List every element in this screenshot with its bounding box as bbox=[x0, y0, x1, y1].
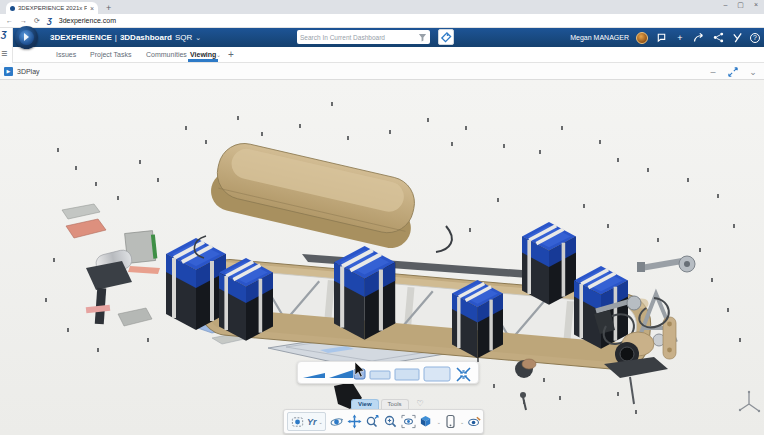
forward-icon[interactable]: → bbox=[20, 17, 27, 24]
new-tab-button[interactable]: + bbox=[106, 2, 111, 14]
zoom-tool-icon[interactable] bbox=[383, 414, 398, 429]
3dswym-icon[interactable] bbox=[731, 32, 743, 44]
tab-issues[interactable]: Issues bbox=[56, 47, 76, 63]
explode-level-1[interactable] bbox=[303, 373, 325, 378]
user-avatar[interactable] bbox=[636, 32, 648, 44]
brand-name: 3DEXPERIENCE bbox=[50, 33, 112, 42]
selection-tool-group: Yr ⌄ bbox=[287, 412, 326, 431]
part-arm-linkage[interactable] bbox=[637, 256, 695, 272]
axis-triad bbox=[737, 388, 761, 418]
window-close-button[interactable]: × bbox=[754, 1, 758, 9]
collapse-explode-icon[interactable] bbox=[457, 368, 470, 381]
share-arrow-icon[interactable] bbox=[693, 32, 705, 44]
header-user-area: Megan MANAGER + ? bbox=[570, 28, 760, 47]
site-logo-icon: Ʒ bbox=[47, 16, 52, 25]
back-icon[interactable]: ← bbox=[6, 17, 13, 24]
tag-button[interactable] bbox=[438, 29, 454, 45]
render-style-eye-icon[interactable] bbox=[467, 414, 482, 429]
window-minimize-button[interactable]: – bbox=[723, 1, 727, 9]
chevron-down-icon[interactable]: ⌄ bbox=[195, 34, 201, 42]
widget-titlebar: ▶ 3DPlay – ⌄ bbox=[0, 63, 764, 80]
browser-tab-strip: 3DEXPERIENCE 2021x FD02 × + – ▢ × bbox=[0, 0, 764, 14]
rotate-tool-icon[interactable] bbox=[329, 414, 344, 429]
views-cube-icon[interactable] bbox=[419, 414, 434, 429]
widget-title: 3DPlay bbox=[17, 63, 40, 80]
user-name[interactable]: Megan MANAGER bbox=[570, 34, 629, 41]
part-battery-module[interactable] bbox=[334, 246, 395, 340]
part-small-motor[interactable] bbox=[515, 359, 536, 378]
explode-level-4[interactable] bbox=[395, 369, 419, 380]
3dcompass-icon[interactable] bbox=[15, 26, 38, 49]
browser-tab[interactable]: 3DEXPERIENCE 2021x FD02 × bbox=[6, 2, 98, 14]
filter-funnel-icon[interactable] bbox=[418, 33, 427, 42]
brand-divider: | bbox=[115, 33, 117, 42]
markup-caret-icon[interactable]: ⌄ bbox=[319, 419, 323, 425]
viewer-tab-view[interactable]: View bbox=[351, 399, 379, 409]
compass-play-icon bbox=[24, 33, 29, 41]
window-maximize-button[interactable]: ▢ bbox=[737, 1, 744, 9]
widget-maximize-icon[interactable] bbox=[726, 63, 740, 80]
tab-project-tasks[interactable]: Project Tasks bbox=[90, 47, 132, 63]
explode-slider-panel bbox=[297, 361, 479, 384]
active-tab-underline bbox=[188, 59, 218, 62]
select-tool-icon[interactable] bbox=[290, 414, 305, 429]
tab-favicon-icon bbox=[10, 6, 15, 11]
browser-address-bar: ← → ⟳ Ʒ 3dexperience.com bbox=[0, 14, 764, 28]
help-icon[interactable]: ? bbox=[750, 33, 760, 43]
part-battery-module[interactable] bbox=[219, 258, 273, 341]
search-input[interactable] bbox=[300, 34, 418, 41]
network-share-icon[interactable] bbox=[712, 32, 724, 44]
part-bolt[interactable] bbox=[520, 392, 526, 410]
markup-tool-icon[interactable]: Yr bbox=[307, 417, 317, 427]
explode-level-2[interactable] bbox=[329, 370, 353, 378]
3ds-logo-icon: Ʒ bbox=[1, 29, 7, 39]
widget-minimize-button[interactable]: – bbox=[706, 63, 720, 80]
hamburger-icon[interactable]: ☰ bbox=[1, 50, 7, 58]
viewer-canvas[interactable]: View Tools ♡ Yr ⌄ bbox=[0, 80, 764, 435]
fit-all-tool-icon[interactable] bbox=[401, 414, 416, 429]
ar-device-icon[interactable] bbox=[444, 414, 457, 429]
zoom-pointer-tool-icon[interactable] bbox=[365, 414, 380, 429]
viewer-tab-tools[interactable]: Tools bbox=[381, 399, 409, 409]
add-tab-button[interactable]: + bbox=[228, 47, 234, 62]
tab-options-chevron-icon[interactable]: ⌄ bbox=[216, 47, 221, 63]
widget-more-chevron-icon[interactable]: ⌄ bbox=[746, 63, 760, 80]
url-text[interactable]: 3dexperience.com bbox=[59, 17, 116, 24]
explode-level-3[interactable] bbox=[370, 371, 390, 379]
tab-title: 3DEXPERIENCE 2021x FD02 bbox=[18, 5, 87, 11]
part-cable[interactable] bbox=[436, 226, 452, 252]
left-strip: Ʒ ☰ bbox=[0, 28, 13, 63]
screen: 3DEXPERIENCE 2021x FD02 × + – ▢ × ← → ⟳ … bbox=[0, 0, 764, 435]
part-link-bar[interactable] bbox=[663, 317, 676, 359]
part-motor-assembly[interactable] bbox=[62, 204, 160, 326]
tab-close-icon[interactable]: × bbox=[90, 5, 94, 12]
viewer-toolbar: Yr ⌄ ⌄ ⌄ bbox=[283, 409, 484, 434]
notifications-icon[interactable] bbox=[655, 32, 667, 44]
device-caret-icon[interactable]: ⌄ bbox=[460, 419, 464, 425]
tag-icon bbox=[440, 31, 452, 43]
part-battery-module[interactable] bbox=[452, 280, 503, 358]
dashboard-name[interactable]: SQR bbox=[175, 33, 192, 42]
refresh-icon[interactable]: ⟳ bbox=[34, 17, 40, 25]
add-content-icon[interactable]: + bbox=[674, 32, 686, 44]
part-battery-module[interactable] bbox=[522, 222, 576, 305]
viewer-tab-bar: View Tools ♡ bbox=[351, 398, 424, 409]
part-cover-lid[interactable] bbox=[207, 138, 422, 252]
app-name: 3DDashboard bbox=[120, 33, 172, 42]
3dplay-app-icon: ▶ bbox=[4, 67, 13, 76]
pan-tool-icon[interactable] bbox=[347, 414, 362, 429]
app-title: 3DEXPERIENCE | 3DDashboard SQR ⌄ bbox=[50, 28, 201, 47]
favorite-heart-icon[interactable]: ♡ bbox=[417, 399, 424, 409]
tab-communities[interactable]: Communities bbox=[146, 47, 187, 63]
explode-level-5[interactable] bbox=[424, 367, 450, 381]
dashboard-search bbox=[297, 30, 430, 44]
views-caret-icon[interactable]: ⌄ bbox=[437, 419, 441, 425]
dashboard-tab-bar: Issues Project Tasks Communities Viewing… bbox=[0, 47, 764, 63]
